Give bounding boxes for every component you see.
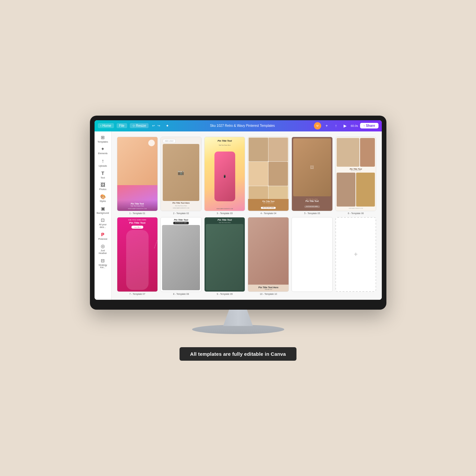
- tmpl03-website: WWW.SAMPLEWEBSITE.COM: [216, 208, 233, 210]
- tmpl06-toprow: [337, 138, 375, 167]
- template-card-03[interactable]: Pin Title Text Sub Text Goes Here 📱 WWW.…: [204, 137, 245, 215]
- sidebar-item-pinterest[interactable]: Pinterest: [95, 231, 110, 242]
- template-label-04: 4 - Template 04: [248, 212, 289, 214]
- template-thumb-05: 🖼 Sub Title Goes Here Pin Title Text BUT…: [292, 137, 333, 211]
- sidebar-item-templates[interactable]: Templates: [95, 133, 110, 145]
- tmpl09-photo: [206, 224, 244, 290]
- monitor-screen: ‹ Home File ⊹ Resize ↩ ↪ ✦: [95, 120, 382, 300]
- tmpl05-text: Sub Title Goes Here Pin Title Text BUTTO…: [293, 197, 331, 210]
- strategy-icon: [101, 258, 105, 263]
- template-thumb-09: Pin Title Text Sub Title Goes Here: [204, 217, 245, 292]
- template-design-07: SUB TITLE GOES HERE Pin Title Text Learn…: [117, 217, 158, 292]
- sidebar-item-text[interactable]: Text: [95, 169, 110, 181]
- sidebar-item-elements[interactable]: Elements: [95, 145, 110, 156]
- canva-canvas[interactable]: Pin Title Text Sub Text Goes Here WWW.SA…: [112, 131, 382, 300]
- template-thumb-06: Pin Title Text Sub Text Goes Here WWW.SA…: [335, 137, 377, 211]
- tmpl02-sub: Sub Text Goes Here: [163, 205, 199, 207]
- styles-icon: [100, 194, 106, 199]
- tmpl07-curved-text: Sub Title Goes Here: [154, 240, 158, 249]
- tmpl03-sub: Sub Text Goes Here: [205, 144, 245, 146]
- template-label-07: 7 - Template 07: [117, 293, 158, 295]
- sidebar-item-justheather[interactable]: Just Heather: [95, 242, 110, 256]
- tmpl06-cell4: [356, 173, 375, 207]
- template-design-04: Pin Title Text Sub Title Goes Here BUTTO…: [248, 137, 289, 211]
- add-button[interactable]: +: [323, 122, 330, 129]
- template-card-01[interactable]: Pin Title Text Sub Text Goes Here WWW.SA…: [117, 137, 158, 215]
- tmpl04-cell2: [268, 138, 288, 162]
- share-button[interactable]: ↑ Share: [360, 123, 378, 128]
- tmpl09-title: Pin Title Text: [206, 219, 244, 221]
- tmpl04-sub: Sub Title Goes Here: [249, 202, 287, 204]
- tmpl04-overlay: Pin Title Text Sub Title Goes Here BUTTO…: [248, 199, 289, 211]
- tmpl04-btn: BUTTON TEXT HERE: [261, 207, 276, 209]
- canva-main: Templates Elements Uploads Text: [95, 131, 382, 300]
- tmpl02-website: WWW.SAMPLEWEBSITE.COM: [163, 208, 199, 209]
- sidebar-item-background[interactable]: Background: [95, 205, 110, 216]
- template-thumb-01: Pin Title Text Sub Text Goes Here WWW.SA…: [117, 137, 158, 211]
- tmpl06-botrow: [337, 173, 375, 207]
- template-label-01: 1 - Template 01: [117, 212, 158, 214]
- template-card-10[interactable]: Pin Title Text Here Sub title text 10 - …: [248, 217, 289, 295]
- sidebar-item-uploads[interactable]: Uploads: [95, 157, 110, 169]
- sidebar-item-photos[interactable]: Photos: [95, 181, 110, 192]
- upload-icon: [101, 158, 104, 164]
- text-icon: [101, 171, 104, 176]
- template-card-add[interactable]: +: [335, 217, 377, 295]
- chevron-left-icon: ‹: [100, 124, 101, 127]
- template-thumb-empty: [292, 217, 333, 292]
- file-button[interactable]: File: [117, 123, 127, 128]
- template-card-08[interactable]: Pin Title Text BUTTON TEXT HERE 8 - Temp…: [160, 217, 202, 295]
- monitor: ‹ Home File ⊹ Resize ↩ ↪ ✦: [90, 116, 386, 310]
- template-label-03: 3 - Template 03: [204, 212, 245, 214]
- tmpl05-title: Pin Title Text: [294, 200, 330, 202]
- add-template-button[interactable]: +: [335, 217, 377, 292]
- template-card-02[interactable]: ADD LOGO Pin Title Text Here Sub Text Go…: [160, 137, 202, 215]
- template-design-01: Pin Title Text Sub Text Goes Here WWW.SA…: [117, 137, 158, 211]
- undo-redo-group: ↩ ↪: [151, 124, 161, 128]
- tmpl08-title: Pin Title Text: [162, 219, 200, 221]
- redo-button[interactable]: ↪: [156, 124, 161, 128]
- template-card-09[interactable]: Pin Title Text Sub Title Goes Here 9 - T…: [204, 217, 245, 295]
- template-card-06[interactable]: Pin Title Text Sub Text Goes Here WWW.SA…: [335, 137, 377, 215]
- topbar-right: U + ↑ ▶ 60.0s ↑ Share: [314, 122, 378, 129]
- template-card-04[interactable]: Pin Title Text Sub Title Goes Here BUTTO…: [248, 137, 289, 215]
- sidebar-item-strategy[interactable]: Strategy Kei...: [95, 257, 110, 270]
- tmpl10-textarea: Pin Title Text Here Sub title text: [248, 285, 289, 292]
- tmpl03-phone: 📱: [214, 152, 235, 202]
- resize-button[interactable]: ⊹ Resize: [130, 123, 149, 128]
- tmpl02-logo: ADD LOGO: [163, 139, 175, 143]
- template-thumb-08: Pin Title Text BUTTON TEXT HERE: [160, 217, 202, 292]
- undo-button[interactable]: ↩: [151, 124, 156, 128]
- tmpl06-sub: Sub Text Goes Here: [337, 170, 375, 171]
- monitor-wrapper: ‹ Home File ⊹ Resize ↩ ↪ ✦: [90, 116, 386, 361]
- sidebar-item-allyour[interactable]: All your desi...: [95, 216, 110, 230]
- tmpl03-title: Pin Title Text: [205, 140, 245, 142]
- upload-icon-btn[interactable]: ↑: [332, 122, 340, 129]
- allyour-icon: [101, 217, 105, 223]
- template-design-08: Pin Title Text BUTTON TEXT HERE: [161, 217, 201, 292]
- pinterest-icon: [101, 232, 104, 237]
- template-design-06: Pin Title Text Sub Text Goes Here WWW.SA…: [336, 137, 376, 211]
- tmpl10-title: Pin Title Text Here: [249, 286, 287, 289]
- magic-icon-button[interactable]: ✦: [164, 122, 171, 129]
- tmpl05-btn: BUTTON TEXT HERE: [304, 206, 320, 208]
- template-thumb-07: SUB TITLE GOES HERE Pin Title Text Learn…: [117, 217, 158, 292]
- tmpl08-btn: BUTTON TEXT HERE: [173, 222, 189, 224]
- template-label-10: 10 - Template 10: [248, 293, 289, 295]
- template-thumb-03: Pin Title Text Sub Text Goes Here 📱 WWW.…: [204, 137, 245, 211]
- play-button[interactable]: ▶: [342, 122, 349, 129]
- sidebar-item-styles[interactable]: Styles: [95, 193, 110, 204]
- tmpl01-text: Pin Title Text Sub Text Goes Here WWW.SA…: [117, 200, 158, 211]
- tmpl02-title: Pin Title Text Here: [163, 202, 199, 204]
- canva-sidebar: Templates Elements Uploads Text: [95, 131, 112, 300]
- time-display: 60.0s: [351, 124, 358, 127]
- template-card-05[interactable]: 🖼 Sub Title Goes Here Pin Title Text BUT…: [292, 137, 333, 215]
- home-button[interactable]: ‹ Home: [98, 123, 114, 128]
- template-design-03: Pin Title Text Sub Text Goes Here 📱 WWW.…: [205, 137, 245, 211]
- template-card-07[interactable]: SUB TITLE GOES HERE Pin Title Text Learn…: [117, 217, 158, 295]
- tmpl06-cell3: [337, 173, 355, 207]
- topbar-left: ‹ Home File ⊹ Resize ↩ ↪ ✦: [98, 122, 171, 129]
- tmpl10-sub: Sub title text: [249, 289, 287, 290]
- share-icon: ↑: [363, 124, 365, 127]
- tmpl06-textarea: Pin Title Text Sub Text Goes Here: [337, 167, 375, 172]
